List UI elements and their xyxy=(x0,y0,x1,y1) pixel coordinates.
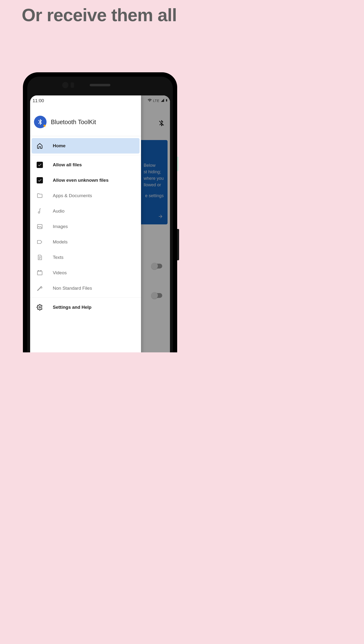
nav-label: Home xyxy=(53,143,66,148)
nav-label: Models xyxy=(53,239,68,245)
app-logo-bluetooth-icon xyxy=(34,116,46,128)
wrench-icon xyxy=(36,285,43,292)
checkbox-checked-icon xyxy=(36,162,43,168)
app-title: Bluetooth ToolKit xyxy=(51,118,96,126)
svg-point-3 xyxy=(39,306,41,308)
nav-videos[interactable]: Videos xyxy=(32,265,140,280)
nav-images[interactable]: Images xyxy=(32,219,140,234)
nav-texts[interactable]: Texts xyxy=(32,250,140,265)
nav-audio[interactable]: Audio xyxy=(32,204,140,219)
nav-label: Allow all files xyxy=(53,162,82,168)
folder-icon xyxy=(36,192,43,199)
svg-rect-2 xyxy=(37,272,42,275)
phone-frame: LTE Below st hiding; xyxy=(23,72,177,352)
nav-settings-help[interactable]: Settings and Help xyxy=(32,300,140,315)
nav-apps-documents[interactable]: Apps & Documents xyxy=(32,188,140,204)
nav-label: Non Standard Files xyxy=(53,286,92,291)
phone-speaker xyxy=(90,84,110,86)
nav-label: Apps & Documents xyxy=(53,193,92,198)
nav-label: Videos xyxy=(53,270,67,276)
nav-label: Allow even unknown files xyxy=(53,178,108,183)
phone-bezel: LTE Below st hiding; xyxy=(27,77,173,352)
nav-home[interactable]: Home xyxy=(32,138,140,154)
video-icon xyxy=(36,270,43,276)
checkbox-checked-icon xyxy=(36,177,43,184)
home-icon xyxy=(36,142,43,149)
phone-sensor xyxy=(71,82,74,88)
promo-headline: Or receive them all xyxy=(0,5,198,25)
music-note-icon xyxy=(36,208,43,214)
document-icon xyxy=(36,254,43,261)
image-icon xyxy=(36,223,43,230)
label-icon xyxy=(36,238,43,245)
gear-icon xyxy=(36,304,43,311)
nav-label: Images xyxy=(53,224,68,229)
nav-allow-unknown-files[interactable]: Allow even unknown files xyxy=(32,172,140,188)
drawer-header: Bluetooth ToolKit xyxy=(30,106,141,136)
nav-label: Settings and Help xyxy=(53,305,91,310)
phone-screen: LTE Below st hiding; xyxy=(30,96,170,352)
nav-non-standard-files[interactable]: Non Standard Files xyxy=(32,280,140,296)
nav-allow-all-files[interactable]: Allow all files xyxy=(32,157,140,172)
svg-point-0 xyxy=(38,212,40,213)
nav-models[interactable]: Models xyxy=(32,234,140,250)
phone-power-button xyxy=(177,157,179,171)
nav-label: Texts xyxy=(53,255,64,260)
phone-side-button xyxy=(177,229,179,260)
status-time: 11:00 xyxy=(30,96,141,106)
phone-camera xyxy=(62,82,68,88)
nav-label: Audio xyxy=(53,208,64,214)
navigation-drawer: 11:00 Bluetooth ToolKit Home xyxy=(30,96,141,352)
